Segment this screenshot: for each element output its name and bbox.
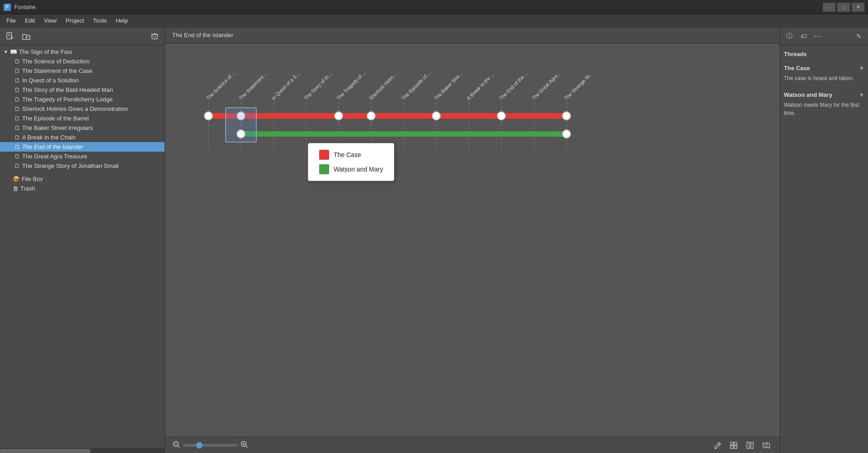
- sidebar-scrollbar-thumb: [0, 449, 90, 453]
- doc-icon-story: 🗋: [14, 86, 20, 93]
- svg-marker-62: [763, 443, 769, 448]
- sidebar-item-science[interactable]: 🗋 The Science of Deduction: [0, 57, 165, 66]
- edit-threads-button[interactable]: ✎: [854, 31, 864, 42]
- maximize-button[interactable]: □: [837, 3, 850, 12]
- menu-view[interactable]: View: [39, 15, 61, 26]
- chapter-label-tragedy: The Tragedy of Pondicherry Lodge: [22, 96, 113, 103]
- columns-tool-button[interactable]: [744, 439, 756, 452]
- doc-icon-science: 🗋: [14, 58, 20, 65]
- sidebar-item-agra[interactable]: 🗋 The Great Agra Treasure: [0, 152, 165, 161]
- content-header: The End of the Islander: [165, 27, 780, 43]
- trash-icon: 🗑: [13, 185, 19, 192]
- svg-text:The Baker Stre...: The Baker Stre...: [433, 71, 463, 101]
- tag-button[interactable]: 🏷: [798, 31, 809, 42]
- zoom-slider-thumb: [196, 442, 203, 448]
- menu-file[interactable]: File: [2, 15, 20, 26]
- zoom-slider[interactable]: [183, 444, 237, 447]
- thread-arrow-case[interactable]: ▼: [859, 65, 864, 72]
- chapter-label-science: The Science of Deduction: [22, 58, 90, 65]
- sidebar-item-episode[interactable]: 🗋 The Episode of the Barrel: [0, 114, 165, 123]
- sidebar-item-break[interactable]: 🗋 A Break in the Chain: [0, 133, 165, 142]
- chapter-label-statement: The Statement of the Case: [22, 67, 92, 74]
- svg-point-40: [367, 112, 375, 120]
- zoom-out-button[interactable]: [172, 440, 180, 450]
- sidebar-item-story[interactable]: 🗋 The Story of the Bald-Headed Man: [0, 85, 165, 95]
- sidebar-item-islander[interactable]: 🗋 The End of the Islander: [0, 142, 165, 152]
- new-folder-button[interactable]: [20, 30, 33, 43]
- menu-tools[interactable]: Tools: [89, 15, 111, 26]
- svg-text:The Episode of ...: The Episode of ...: [401, 70, 432, 101]
- doc-icon-tragedy: 🗋: [14, 96, 20, 103]
- grid-tool-button[interactable]: [727, 439, 740, 452]
- thread-title-watson: Watson and Mary: [784, 91, 832, 98]
- delete-button[interactable]: [148, 30, 161, 43]
- titlebar: F Fontaine – □ ✕: [0, 0, 868, 14]
- content-main[interactable]: The Science of ...The Statement ...In Qu…: [165, 43, 780, 437]
- thread-button[interactable]: ⟵: [813, 31, 824, 42]
- menu-edit[interactable]: Edit: [20, 15, 39, 26]
- trash-label: Trash: [20, 185, 35, 192]
- right-panel: ⓘ 🏷 ⟵ ✎ Threads The Case ▼ The case is h…: [780, 27, 868, 453]
- sidebar-item-sherlock[interactable]: 🗋 Sherlock Holmes Gives a Demonstration: [0, 104, 165, 114]
- menubar: File Edit View Project Tools Help: [0, 14, 868, 27]
- zoom-in-button[interactable]: [240, 440, 248, 450]
- right-toolbar: ⓘ 🏷 ⟵ ✎: [780, 27, 868, 45]
- filebox-icon: 📦: [13, 176, 20, 182]
- filebox-label: File Box: [22, 176, 43, 182]
- thread-section-case: The Case ▼ The case is heard and taken.: [784, 65, 864, 82]
- svg-text:The Great Agra...: The Great Agra...: [531, 70, 561, 101]
- minimize-button[interactable]: –: [823, 3, 835, 12]
- tree-arrow: ▼: [4, 49, 8, 54]
- sidebar-item-tragedy[interactable]: 🗋 The Tragedy of Pondicherry Lodge: [0, 95, 165, 104]
- svg-text:A Break in the ...: A Break in the ...: [466, 72, 495, 101]
- doc-icon-statement: 🗋: [14, 67, 20, 74]
- sidebar-item-strange[interactable]: 🗋 The Strange Story of Jonathan Small: [0, 161, 165, 171]
- svg-line-54: [245, 446, 247, 448]
- menu-project[interactable]: Project: [61, 15, 88, 26]
- svg-text:The Science of ...: The Science of ...: [205, 70, 236, 101]
- svg-rect-44: [241, 131, 566, 137]
- sidebar-book-root[interactable]: ▼ 📖 The Sign of the Four: [0, 47, 165, 57]
- sidebar-toolbar: [0, 27, 165, 45]
- svg-text:In Quest of a S...: In Quest of a S...: [270, 71, 301, 101]
- sidebar-trash[interactable]: 🗑 Trash: [0, 184, 165, 193]
- app-icon: F: [4, 4, 11, 11]
- svg-point-46: [237, 130, 245, 138]
- svg-rect-58: [734, 446, 737, 448]
- svg-point-37: [204, 112, 212, 120]
- threads-header: Threads: [784, 49, 864, 59]
- sidebar-file-box[interactable]: 📦 File Box: [0, 174, 165, 184]
- svg-point-39: [335, 112, 343, 120]
- sidebar-item-baker[interactable]: 🗋 The Baker Street Irregulars: [0, 123, 165, 133]
- svg-point-47: [562, 130, 571, 138]
- right-panel-content: Threads The Case ▼ The case is heard and…: [780, 45, 868, 453]
- thread-section-watson: Watson and Mary ▼ Watson meets Mary for …: [784, 91, 864, 117]
- close-button[interactable]: ✕: [852, 3, 864, 12]
- doc-icon-sherlock: 🗋: [14, 105, 20, 112]
- doc-icon-islander: 🗋: [14, 143, 20, 150]
- svg-rect-7: [152, 34, 157, 39]
- map-tool-button[interactable]: [760, 439, 773, 452]
- chapter-label-islander: The End of the Islander: [22, 143, 83, 150]
- svg-rect-55: [731, 442, 733, 445]
- thread-desc-watson: Watson meets Mary for the first time.: [784, 101, 864, 117]
- svg-rect-60: [751, 442, 753, 448]
- info-button[interactable]: ⓘ: [784, 31, 795, 42]
- svg-text:The Strange St...: The Strange St...: [563, 71, 594, 101]
- thread-desc-case: The case is heard and taken.: [784, 74, 864, 82]
- book-title: The Sign of the Four: [19, 48, 73, 55]
- pencil-tool-button[interactable]: [711, 439, 724, 452]
- svg-text:Sherlock Holm...: Sherlock Holm...: [368, 72, 398, 101]
- sidebar-item-statement[interactable]: 🗋 The Statement of the Case: [0, 66, 165, 76]
- doc-icon-break: 🗋: [14, 134, 20, 141]
- chapter-label-story: The Story of the Bald-Headed Man: [22, 86, 113, 93]
- new-doc-button[interactable]: [4, 30, 16, 43]
- sidebar-item-quest[interactable]: 🗋 In Quest of a Solution: [0, 76, 165, 85]
- window-controls: – □ ✕: [823, 3, 864, 12]
- doc-icon-baker: 🗋: [14, 124, 20, 131]
- sidebar-scrollbar[interactable]: [0, 448, 165, 453]
- menu-help[interactable]: Help: [111, 15, 132, 26]
- thread-title-case: The Case: [784, 65, 810, 72]
- chapter-label-episode: The Episode of the Barrel: [22, 115, 89, 122]
- thread-arrow-watson[interactable]: ▼: [859, 92, 864, 98]
